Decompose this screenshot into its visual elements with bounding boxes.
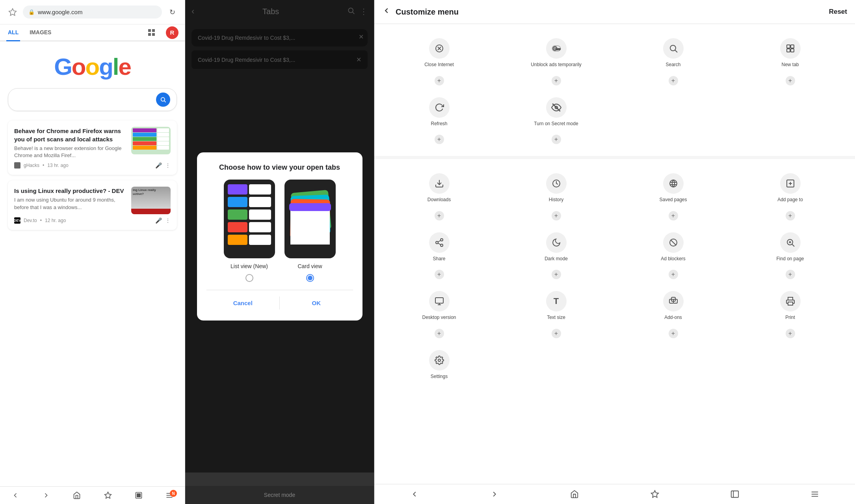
add-btn-4[interactable]: + <box>786 76 795 85</box>
bookmark-icon[interactable] <box>6 6 19 19</box>
menu-item-history[interactable]: History <box>498 167 615 209</box>
menu-item-find-on-page[interactable]: Find on page <box>732 226 849 269</box>
url-bar[interactable]: 🔒 www.google.com <box>23 6 162 19</box>
add-btn-r4-3[interactable]: + <box>669 270 678 279</box>
menu-item-new-tab[interactable]: New tab <box>732 32 849 74</box>
menu-item-refresh[interactable]: Refresh <box>381 91 498 133</box>
menu-item-downloads[interactable]: Downloads <box>381 167 498 209</box>
more-icon-1[interactable]: ⋮ <box>165 162 171 169</box>
menu-item-search[interactable]: Search <box>615 32 732 74</box>
reload-button[interactable]: ↻ <box>166 6 178 19</box>
nav-bookmarks[interactable] <box>93 491 123 499</box>
add-btn-r3-3[interactable]: + <box>669 211 678 220</box>
add-btn-r4-4[interactable]: + <box>786 270 795 279</box>
cancel-button[interactable]: Cancel <box>206 296 280 309</box>
url-text: www.google.com <box>38 9 82 15</box>
menu-item-text-size[interactable]: T Text size <box>498 285 615 327</box>
mic-icon-1[interactable]: 🎤 <box>155 162 162 169</box>
menu-item-saved-pages[interactable]: Saved pages <box>615 167 732 209</box>
tab-images[interactable]: IMAGES <box>28 24 53 41</box>
google-tabs-bar: ALL IMAGES R <box>0 24 185 41</box>
menu-item-settings[interactable]: Settings <box>381 344 498 386</box>
svg-rect-23 <box>787 45 790 48</box>
grid-icon[interactable] <box>145 26 158 39</box>
menu-item-secret-mode[interactable]: Turn on Secret mode <box>498 91 615 133</box>
nav-forward[interactable] <box>31 491 61 499</box>
add-btn-r5-4[interactable]: + <box>786 329 795 338</box>
add-btn-r4-1[interactable]: + <box>435 270 444 279</box>
search-bar[interactable] <box>8 88 177 111</box>
add-btn-r5-3[interactable]: + <box>669 329 678 338</box>
add-btn-r4-2[interactable]: + <box>552 270 561 279</box>
nav-back[interactable] <box>0 491 31 499</box>
customize-back-button[interactable] <box>382 6 391 17</box>
add-btn-r2-2[interactable]: + <box>552 135 561 144</box>
customize-panel: Customize menu Reset Close Internet OFF … <box>374 0 855 504</box>
card-view-option[interactable]: Card view <box>284 180 336 282</box>
nav-home[interactable] <box>61 491 92 499</box>
svg-line-22 <box>675 50 677 53</box>
search-input[interactable] <box>15 96 156 103</box>
card-view-radio[interactable] <box>306 274 314 282</box>
list-view-option[interactable]: List view (New) <box>224 180 275 282</box>
menu-item-ad-blockers[interactable]: Ad blockers <box>615 226 732 269</box>
svg-marker-7 <box>104 492 111 498</box>
dialog-options: List view (New) Card view <box>206 180 353 282</box>
menu-item-close-internet[interactable]: Close Internet <box>381 32 498 74</box>
nav-back-btn[interactable] <box>374 490 454 498</box>
source-icon-2: DEV <box>14 217 20 224</box>
settings-icon <box>429 350 450 371</box>
ok-button[interactable]: OK <box>280 296 353 309</box>
nav-tabs[interactable] <box>123 491 154 499</box>
menu-item-unblock-ads[interactable]: OFF Unblock ads temporarily <box>498 32 615 74</box>
mic-icon-2[interactable]: 🎤 <box>155 217 162 224</box>
history-label: History <box>549 197 563 203</box>
svg-rect-48 <box>435 298 443 303</box>
add-btn-r3-4[interactable]: + <box>786 211 795 220</box>
more-icon-2[interactable]: ⋮ <box>165 217 171 224</box>
add-btn-r5-2[interactable]: + <box>552 329 561 338</box>
nav-home-btn[interactable] <box>535 490 615 498</box>
nav-bookmarks-btn[interactable] <box>615 490 695 498</box>
add-btn-r3-2[interactable]: + <box>552 211 561 220</box>
google-logo: Google <box>54 53 131 80</box>
svg-rect-3 <box>148 33 151 36</box>
svg-line-41 <box>438 240 441 242</box>
google-panel: 🔒 www.google.com ↻ ALL IMAGES R Google <box>0 0 185 504</box>
news-card-1[interactable]: Behave for Chrome and Firefox warns you … <box>8 120 177 175</box>
desktop-label: Desktop version <box>422 315 456 321</box>
add-btn-1[interactable]: + <box>435 76 444 85</box>
history-icon <box>546 173 567 194</box>
news-card-2[interactable]: Is using Linux really productive? - DEV … <box>8 180 177 230</box>
avatar[interactable]: R <box>166 26 178 39</box>
nav-forward-btn[interactable] <box>454 490 534 498</box>
nav-tabs-btn[interactable] <box>695 490 775 498</box>
add-btn-3[interactable]: + <box>669 76 678 85</box>
add-btn-2[interactable]: + <box>552 76 561 85</box>
menu-item-print[interactable]: Print <box>732 285 849 327</box>
menu-item-addons[interactable]: Add-ons <box>615 285 732 327</box>
nav-menu-btn[interactable] <box>775 490 855 498</box>
tab-all[interactable]: ALL <box>6 24 20 41</box>
reset-button[interactable]: Reset <box>829 8 847 16</box>
menu-item-add-page[interactable]: Add page to <box>732 167 849 209</box>
add-btn-r5-1[interactable]: + <box>435 329 444 338</box>
add-btn-r2-1[interactable]: + <box>435 135 444 144</box>
nav-menu[interactable]: N <box>154 491 185 499</box>
new-tab-icon <box>780 38 801 59</box>
svg-rect-57 <box>731 491 738 498</box>
news-text-1: Behave for Chrome and Firefox warns you … <box>14 127 126 159</box>
secret-mode-text: Secret mode <box>264 492 295 498</box>
search-button[interactable] <box>156 93 170 107</box>
news-title-1: Behave for Chrome and Firefox warns you … <box>14 127 126 143</box>
menu-item-share[interactable]: Share <box>381 226 498 269</box>
print-icon <box>780 291 801 311</box>
tabs-panel: ‹ Tabs ⋮ Covid-19 Drug Remdesivir to Cos… <box>185 0 374 504</box>
tabs-badge: N <box>170 490 177 497</box>
add-btn-r3-1[interactable]: + <box>435 211 444 220</box>
list-view-radio[interactable] <box>245 274 253 282</box>
source-time-1: 13 hr. ago <box>47 163 68 168</box>
menu-item-desktop[interactable]: Desktop version <box>381 285 498 327</box>
menu-item-dark-mode[interactable]: Dark mode <box>498 226 615 269</box>
svg-rect-54 <box>788 302 793 305</box>
